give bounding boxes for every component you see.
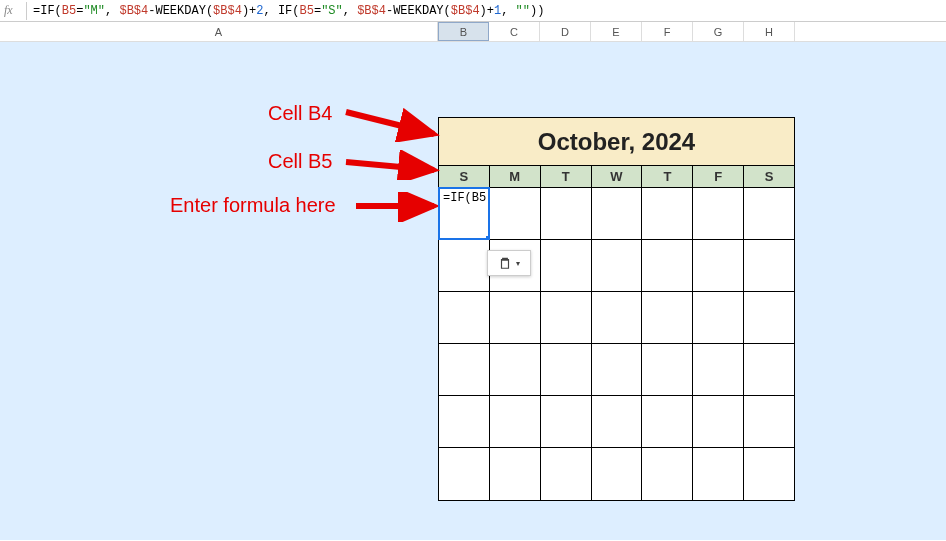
calendar-cell[interactable] [439,396,490,447]
calendar-cell[interactable] [490,448,541,500]
calendar-cell[interactable] [439,240,490,291]
calendar-cell[interactable] [592,344,643,395]
day-header[interactable]: F [693,166,744,187]
day-header[interactable]: S [439,166,490,187]
calendar-row [439,292,794,344]
fx-label: fx [4,3,20,18]
col-header-F[interactable]: F [642,22,693,41]
calendar-cell[interactable] [744,344,794,395]
arrow-icon [354,192,442,222]
calendar-row [439,448,794,500]
active-cell-editing[interactable]: =IF(B5 [438,187,490,240]
day-header[interactable]: T [541,166,592,187]
paste-options-popup[interactable]: ▾ [487,250,531,276]
formula-bar: fx =IF(B5="M", $B$4-WEEKDAY($B$4)+2, IF(… [0,0,946,22]
annotation-label: Cell B5 [268,150,332,173]
calendar-cell[interactable] [744,448,794,500]
calendar-grid: =IF(B5▾ [439,188,794,500]
calendar-cell[interactable] [541,240,592,291]
calendar-cell[interactable] [592,396,643,447]
column-headers: A B C D E F G H [0,22,946,42]
sheet-area[interactable]: October, 2024 S M T W T F S =IF(B5▾ Cell… [0,42,946,540]
calendar-cell[interactable] [541,344,592,395]
col-header-C[interactable]: C [489,22,540,41]
svg-line-1 [346,162,434,170]
col-header-E[interactable]: E [591,22,642,41]
day-header[interactable]: W [592,166,643,187]
calendar-cell[interactable] [693,448,744,500]
calendar-cell[interactable] [744,292,794,343]
calendar-cell[interactable] [490,396,541,447]
calendar-cell[interactable] [744,188,794,239]
fill-handle[interactable] [485,235,490,240]
calendar-cell[interactable] [439,292,490,343]
calendar-cell[interactable] [490,188,541,239]
calendar-day-headers: S M T W T F S [439,166,794,188]
calendar-cell[interactable] [642,240,693,291]
calendar-cell[interactable] [693,396,744,447]
calendar-cell[interactable]: =IF(B5▾ [439,188,490,239]
day-header[interactable]: M [490,166,541,187]
calendar-row [439,396,794,448]
col-header-G[interactable]: G [693,22,744,41]
calendar-cell[interactable] [693,188,744,239]
calendar-cell[interactable] [744,396,794,447]
clipboard-icon [498,256,512,270]
calendar-cell[interactable] [592,292,643,343]
calendar-cell[interactable] [592,188,643,239]
col-header-H[interactable]: H [744,22,795,41]
calendar-title[interactable]: October, 2024 [439,118,794,166]
calendar-cell[interactable] [490,292,541,343]
calendar-cell[interactable] [592,448,643,500]
calendar-block: October, 2024 S M T W T F S =IF(B5▾ [438,117,795,501]
calendar-cell[interactable] [693,240,744,291]
calendar-row [439,344,794,396]
col-header-B[interactable]: B [438,22,489,41]
svg-line-0 [346,112,434,134]
calendar-row: =IF(B5▾ [439,188,794,240]
formula-input[interactable]: =IF(B5="M", $B$4-WEEKDAY($B$4)+2, IF(B5=… [33,4,946,18]
calendar-cell[interactable] [541,292,592,343]
calendar-cell[interactable] [744,240,794,291]
arrow-icon [344,150,442,180]
arrow-icon [344,92,442,142]
calendar-cell[interactable] [642,396,693,447]
calendar-cell[interactable] [642,448,693,500]
chevron-down-icon: ▾ [516,259,520,268]
annotation-label: Cell B4 [268,102,332,125]
calendar-cell[interactable] [592,240,643,291]
calendar-cell[interactable] [541,448,592,500]
calendar-cell[interactable] [642,188,693,239]
calendar-cell[interactable] [693,344,744,395]
col-header-A[interactable]: A [0,22,438,41]
col-header-D[interactable]: D [540,22,591,41]
calendar-cell[interactable] [642,292,693,343]
annotation-label: Enter formula here [170,194,336,217]
calendar-cell[interactable] [541,188,592,239]
day-header[interactable]: T [642,166,693,187]
day-header[interactable]: S [744,166,794,187]
calendar-cell[interactable] [490,344,541,395]
calendar-cell[interactable] [642,344,693,395]
calendar-cell[interactable] [439,344,490,395]
calendar-cell[interactable] [541,396,592,447]
formula-bar-separator [26,2,27,20]
calendar-cell[interactable] [693,292,744,343]
calendar-cell[interactable] [439,448,490,500]
